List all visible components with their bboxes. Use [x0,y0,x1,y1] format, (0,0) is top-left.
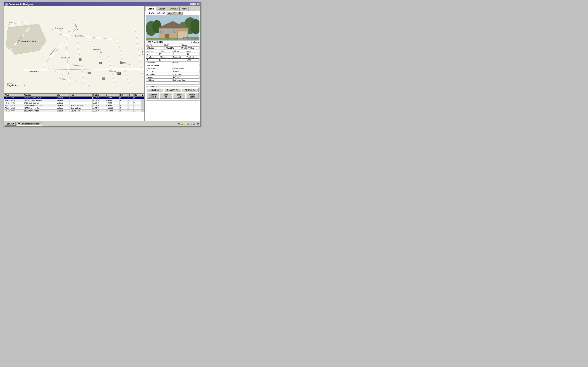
cell-fb: 3 [127,99,134,102]
title-bar-left: 🗺 Corus Mobile Navigator [5,3,34,6]
fireplaces-value: 2 [146,58,160,61]
cell-lp: 949000 [105,104,120,107]
cell-city: McLean [56,97,70,99]
maximize-button[interactable]: □ [193,3,196,6]
close-button[interactable]: × [197,3,200,6]
taskbar: 🖥 Start 🗺 Corus Mobile Navigator ≪ 🔔 📊 🔊… [4,121,200,126]
scroll-cell [141,104,145,107]
cell-sub: Courts The [70,110,93,112]
fgby-values: 2 2 Y 1998 [146,58,200,62]
hs-listing-labels: High School Listing Date [146,73,200,75]
cell-city: McLean [56,104,70,107]
maximum-zoom-in-button[interactable]: Maximum Zoom In [147,93,159,99]
hot-list-checkbox-input[interactable] [146,12,148,14]
photo-copyright: © Copyright 2002 MLS [183,37,199,39]
highlight-button[interactable]: Highlight [147,88,163,92]
svg-text:Rd: Rd [100,51,102,53]
svg-text:Brink Ave: Brink Ave [9,22,15,24]
model-label: Model [173,62,200,64]
listing-date-label: Listing Date [173,73,200,75]
svg-text:Dead Run Park: Dead Run Park [21,40,36,42]
tab-search[interactable]: Search [157,7,167,11]
table-row[interactable]: FX42680978856 Merecourt LnMcLeanCourts T… [4,110,145,112]
start-label: Start [9,123,14,125]
view-hot-list-button[interactable]: View HOT LIST [166,12,183,15]
table-row[interactable]: FX42757246723 Tennyson DrMcLeanACTIV7490… [4,102,145,104]
cell-mls: FX4343570 [4,104,23,107]
cell-mls: FX4331006 [4,97,23,99]
cell-lp: 1265000 [105,107,120,110]
zoom-out-button[interactable]: Zoom Out [173,93,185,99]
bbba-labels: Bed Rms Full Ba Half Ba Acres [146,50,200,52]
cell-address: 1413 Buena Vista Ave [23,104,56,107]
cell-status: ACTIV [92,104,105,107]
taskbar-icon-4: 🔊 [187,123,190,125]
high-school-label: High School [146,73,173,75]
gps-trak-on-button[interactable]: GPSTrak On [182,88,199,92]
scroll-cell [141,99,145,102]
tab-showing[interactable]: Showing [168,7,180,11]
cell-lp: 466000 [105,97,120,99]
taskbar-app-button[interactable]: 🗺 Corus Mobile Navigator [16,122,42,126]
mls-label: MLS# [164,44,182,46]
settlement-date-label: Settlement Date [173,79,200,81]
tab-details[interactable]: Details [145,7,156,11]
window-controls: _ □ × [190,3,200,6]
address-section: 1229 Pine Hill Rd Mc Lean [146,40,200,44]
sold-price-label: Sold Price [146,79,173,81]
status-label: Status [181,44,199,46]
subdivision-label: Subdivision [146,62,173,64]
cell-br: 4 [120,102,127,104]
acres-value: .25 [186,53,200,55]
cell-address: 1467 Mayhurst Blvd [23,107,56,110]
list-price-label: List Price [146,44,164,46]
table-row[interactable]: FX43310066718 Van Fleet DriveMcLeanACTIV… [4,97,145,99]
table-row[interactable]: FX43296781620 La Salle AvenueMcLeanACTIV… [4,99,145,102]
svg-text:Shipman Ln: Shipman Ln [55,27,63,29]
hs-listing-values: Langley 8/2/2002 [146,75,200,79]
add-to-hot-list-label: Add to HOT LIST [149,12,165,14]
cell-address: 8856 Merecourt Ln [23,110,56,112]
svg-rect-65 [161,30,164,33]
lms-labels: List Price MLS# Status [146,44,200,46]
cell-hb: 2 [134,110,141,112]
bed-rms-label: Bed Rms [146,50,159,52]
settlement-date-value [173,82,200,84]
subdiv-model-values: Pine Hill Estate [146,64,200,67]
svg-rect-50 [88,72,90,74]
map-functions-section: Map Functions Highlight Turn GPS On GPST… [146,86,200,100]
table-row[interactable]: FX43186341467 Mayhurst BlvdMcLeanSmc Mcl… [4,107,145,110]
turn-gps-on-button[interactable]: Turn GPS On [164,88,181,92]
basement-value: Y [173,58,186,61]
cell-address: 6723 Tennyson Dr [23,102,56,104]
svg-rect-48 [79,58,81,61]
col-lp: lp [105,94,120,97]
minimize-button[interactable]: _ [190,3,193,6]
year-built-value: 1998 [186,58,200,61]
full-ba-value: 4 [160,53,173,55]
cell-hb: 1 [134,99,141,102]
map-container[interactable]: Dead Run Park Dead Run Dr Brink Ave [4,6,145,93]
property-city: Mc Lean [190,41,199,43]
cell-br: 4 [120,99,127,102]
start-button[interactable]: 🖥 Start [5,122,16,126]
table-row[interactable]: FX43435701413 Buena Vista AveMcLeanMclea… [4,104,145,107]
scroll-cell [141,97,145,99]
add-to-hot-list-checkbox[interactable]: Add to HOT LIST [146,12,165,14]
cell-lp: 749000 [105,102,120,104]
title-bar: 🗺 Corus Mobile Navigator _ □ × [4,2,200,6]
scroll-cell [141,107,145,110]
school-values: Churchill Cooper [146,70,200,73]
tab-more[interactable]: More [180,7,189,11]
cell-sub [70,97,93,99]
taskbar-right: ≪ 🔔 📊 🔊 1:06 PM [177,122,200,125]
col-scroll[interactable]: ▲ [141,94,145,97]
sold-settlement-values [146,81,200,85]
cell-mls: FX4275724 [4,102,23,104]
cell-address: 6718 Van Fleet Drive [23,97,56,99]
cell-lp: 639000 [105,99,120,102]
zoom-in-button[interactable]: Zoom In [160,93,172,99]
scroll-cell [141,102,145,104]
cell-br: 5 [120,107,127,110]
default-zoom-button[interactable]: Default Zoom [186,93,199,99]
